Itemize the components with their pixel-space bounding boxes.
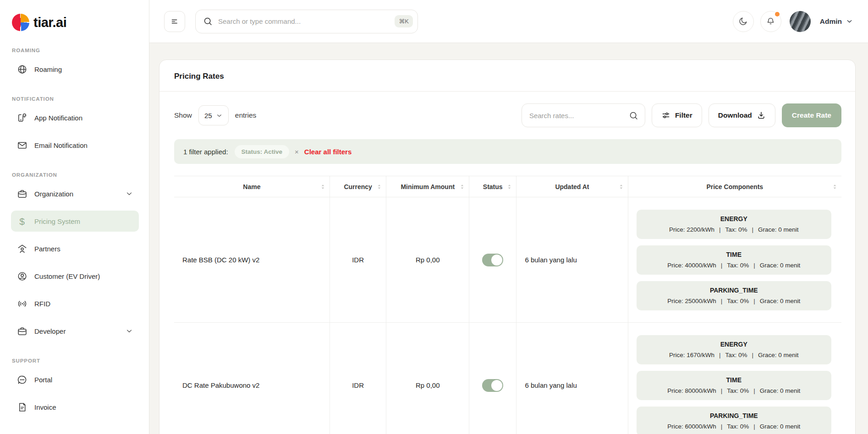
sidebar-toggle-button[interactable] <box>164 11 185 32</box>
sidebar-item-app-notification[interactable]: App Notification <box>11 107 139 128</box>
sort-icon <box>377 183 382 190</box>
column-header-price-components[interactable]: Price Components <box>628 176 841 197</box>
topbar: ⌘K Admin <box>149 0 868 43</box>
global-search[interactable]: ⌘K <box>195 10 418 33</box>
status-toggle[interactable] <box>482 379 503 392</box>
filter-button-label: Filter <box>675 111 692 119</box>
invoice-icon <box>16 401 27 412</box>
sidebar-item-roaming[interactable]: Roaming <box>11 59 139 80</box>
rate-updated-at: 6 bulan yang lalu <box>516 323 628 434</box>
toggle-knob <box>491 380 502 391</box>
sidebar-item-portal[interactable]: Portal <box>11 369 139 390</box>
notifications-button[interactable] <box>760 11 781 32</box>
user-menu[interactable]: Admin <box>820 17 853 26</box>
price-component-title: PARKING_TIME <box>643 412 825 419</box>
sidebar-item-label: App Notification <box>34 114 82 122</box>
status-toggle[interactable] <box>482 254 503 266</box>
dark-mode-button[interactable] <box>733 11 754 32</box>
column-header-currency[interactable]: Currency <box>330 176 386 197</box>
toggle-knob <box>491 255 502 266</box>
sidebar-item-label: Invoice <box>34 403 56 411</box>
sidebar-item-partners[interactable]: Partners <box>11 238 139 259</box>
chevron-down-icon <box>125 327 133 335</box>
price-component-card: TIME Price: 40000/kWh|Tax: 0%|Grace: 0 m… <box>637 245 831 275</box>
section-label-organization: ORGANIZATION <box>12 172 139 178</box>
column-header-name[interactable]: Name <box>174 176 330 197</box>
rfid-signal-icon <box>16 298 27 309</box>
sidebar-item-organization[interactable]: Organization <box>11 183 139 204</box>
sidebar-item-label: Customer (EV Driver) <box>34 272 100 280</box>
rates-search-input[interactable] <box>529 112 629 119</box>
global-search-input[interactable] <box>218 17 389 25</box>
price-component-title: PARKING_TIME <box>643 287 825 294</box>
rate-minimum-amount: Rp 0,00 <box>386 323 469 434</box>
price-component-title: ENERGY <box>643 341 825 348</box>
filters-applied-text: 1 filter applied: <box>183 148 228 156</box>
sidebar-item-pricing-system[interactable]: $ Pricing System <box>11 211 139 232</box>
table-header-row: Name Currency Minimum Amount Status Upda… <box>174 176 841 197</box>
show-label: Show <box>174 111 192 119</box>
price-component-details: Price: 25000/kWh|Tax: 0%|Grace: 0 menit <box>643 298 825 304</box>
price-component-details: Price: 2200/kWh|Tax: 0%|Grace: 0 menit <box>643 226 825 233</box>
sidebar-item-customer-ev-driver[interactable]: Customer (EV Driver) <box>11 266 139 287</box>
sidebar-item-email-notification[interactable]: Email Notification <box>11 135 139 156</box>
briefcase-icon <box>16 326 27 336</box>
sidebar-item-label: Developer <box>34 327 66 335</box>
filter-chip-status-active: Status: Active <box>235 145 290 158</box>
section-label-support: SUPPORT <box>12 358 139 363</box>
column-header-minimum-amount[interactable]: Minimum Amount <box>386 176 469 197</box>
page-title: Pricing Rates <box>174 72 841 81</box>
search-icon <box>203 16 213 26</box>
price-component-card: ENERGY Price: 2200/kWh|Tax: 0%|Grace: 0 … <box>637 210 831 239</box>
price-component-title: TIME <box>643 376 825 384</box>
column-header-status[interactable]: Status <box>469 176 516 197</box>
chevron-down-icon <box>125 190 133 198</box>
rates-search[interactable] <box>522 103 645 127</box>
sidebar-item-label: Portal <box>34 376 52 384</box>
chat-bubble-icon <box>16 374 27 385</box>
sidebar-item-label: Roaming <box>34 65 62 73</box>
price-component-details: Price: 1670/kWh|Tax: 0%|Grace: 0 menit <box>643 352 825 358</box>
price-component-card: TIME Price: 80000/kWh|Tax: 0%|Grace: 0 m… <box>637 371 831 400</box>
table-row: Rate BSB (DC 20 kW) v2 IDR Rp 0,00 6 bul… <box>174 197 841 323</box>
chevron-down-icon <box>846 17 853 25</box>
sidebar-item-label: Email Notification <box>34 141 88 149</box>
brand-name: tiar.ai <box>33 15 66 30</box>
entries-select[interactable]: 25 <box>198 105 229 125</box>
sort-icon <box>832 183 837 190</box>
sidebar-item-label: Partners <box>34 245 60 253</box>
app-notification-icon <box>16 112 27 123</box>
price-component-details: Price: 80000/kWh|Tax: 0%|Grace: 0 menit <box>643 387 825 394</box>
sort-icon <box>460 183 465 190</box>
price-component-details: Price: 60000/kWh|Tax: 0%|Grace: 0 menit <box>643 423 825 430</box>
price-component-card: ENERGY Price: 1670/kWh|Tax: 0%|Grace: 0 … <box>637 335 831 364</box>
column-header-updated-at[interactable]: Updated At <box>516 176 628 197</box>
sliders-icon <box>661 111 670 120</box>
sidebar: tiar.ai ROAMING Roaming NOTIFICATION App… <box>0 0 149 434</box>
sidebar-item-rfid[interactable]: RFID <box>11 293 139 314</box>
sidebar-item-label: Pricing System <box>34 217 80 225</box>
price-component-card: PARKING_TIME Price: 60000/kWh|Tax: 0%|Gr… <box>637 407 831 434</box>
price-component-card: PARKING_TIME Price: 25000/kWh|Tax: 0%|Gr… <box>637 281 831 310</box>
price-component-details: Price: 40000/kWh|Tax: 0%|Grace: 0 menit <box>643 262 825 269</box>
table-row: DC Rate Pakubuwono v2 IDR Rp 0,00 6 bula… <box>174 323 841 434</box>
rate-updated-at: 6 bulan yang lalu <box>516 197 628 323</box>
avatar[interactable] <box>790 11 811 32</box>
brand-logo[interactable]: tiar.ai <box>11 14 139 31</box>
sort-icon <box>619 183 624 190</box>
filter-button[interactable]: Filter <box>652 103 702 127</box>
clear-all-filters-link[interactable]: Clear all filters <box>304 148 352 156</box>
dollar-icon: $ <box>16 216 27 227</box>
sort-icon <box>320 183 325 190</box>
download-button[interactable]: Download <box>709 103 775 127</box>
moon-icon <box>738 16 748 26</box>
remove-filter-button[interactable]: × <box>295 148 299 156</box>
entries-select-value: 25 <box>204 112 212 119</box>
bell-icon <box>766 16 775 26</box>
search-icon <box>629 111 638 120</box>
sidebar-item-invoice[interactable]: Invoice <box>11 396 139 418</box>
download-icon <box>757 111 766 120</box>
sidebar-item-developer[interactable]: Developer <box>11 320 139 342</box>
create-rate-button[interactable]: Create Rate <box>782 103 841 127</box>
rate-name: Rate BSB (DC 20 kW) v2 <box>174 197 330 323</box>
